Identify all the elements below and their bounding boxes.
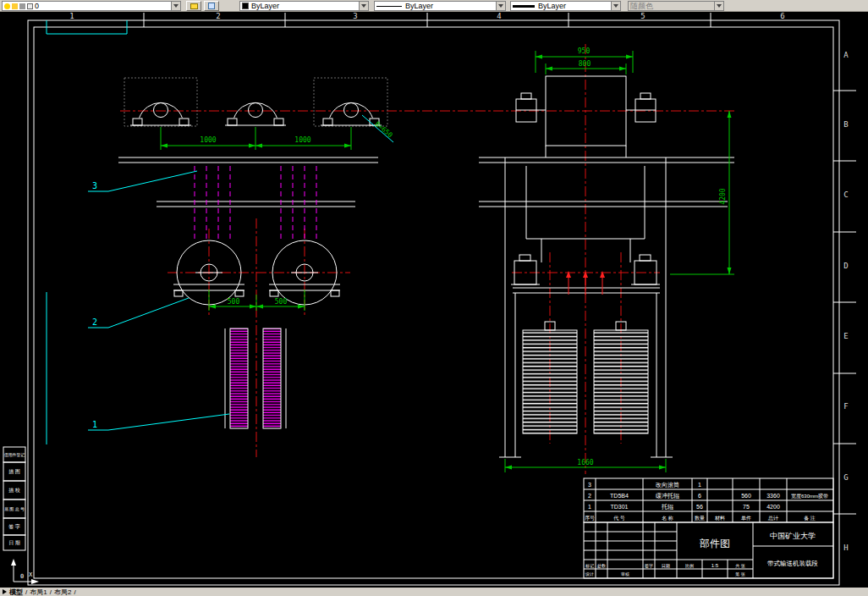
layer-thaw-icon [12, 3, 18, 9]
leader-label: 1 [92, 420, 97, 429]
strip-cell: 描 校 [8, 488, 20, 494]
linetype-preview-icon [376, 6, 402, 7]
drawing-canvas[interactable]: 1 2 3 4 5 6 A B C D E F G H 借用件登记 描 图 描 … [0, 0, 868, 596]
grid-row-label: B [843, 120, 848, 129]
grid-row-label: F [843, 402, 848, 411]
tab-separator: / [50, 588, 52, 596]
field-label: 设计 [585, 571, 594, 577]
drawing-type: 部件图 [699, 538, 730, 549]
tab-model[interactable]: 模型 [9, 588, 23, 596]
layer-color-swatch [27, 3, 33, 9]
plotstyle-dropdown: 随颜色 [628, 1, 724, 11]
strip-cell: 签 字 [8, 523, 20, 529]
tab-layout1[interactable]: 布局1 [30, 588, 47, 596]
layer-dropdown-arrow[interactable] [171, 2, 180, 10]
strip-cell: 描 图 [8, 469, 20, 475]
leader-label: 3 [92, 181, 97, 190]
grid-row-label: C [843, 190, 848, 199]
bom-header: 备 注 [804, 515, 816, 522]
dim-text: 4200 [719, 188, 727, 204]
bom-cell: 56 [696, 504, 703, 510]
plotstyle-dropdown-arrow [714, 2, 723, 10]
plotstyle-value: 随颜色 [630, 1, 653, 11]
chevron-down-icon [498, 4, 503, 8]
lineweight-preview-icon [513, 5, 535, 8]
linetype-dropdown-arrow[interactable] [496, 2, 505, 10]
bom-header: 材料 [714, 516, 725, 522]
grid-col-label: 4 [497, 12, 501, 20]
field-label: 日期 [662, 563, 670, 569]
grid-col-label: 6 [780, 12, 784, 20]
bom-header: 单件 [741, 516, 751, 521]
bom-cell: 560 [741, 493, 751, 499]
layout-tabs-bar: 模型 / 布局1 / 布局2 / [0, 588, 868, 596]
tab-scroll-icon[interactable] [3, 589, 7, 594]
layer-on-icon [4, 3, 10, 9]
bom-header: 序号 [585, 515, 595, 521]
layer-properties-button[interactable] [186, 1, 201, 11]
dim-text: 1000 [294, 136, 310, 144]
layer-value: 0 [35, 2, 39, 10]
chevron-down-icon [717, 4, 722, 8]
grid-col-label: 5 [640, 12, 645, 20]
scale-label: 比例 [685, 563, 694, 569]
layer-lock-icon [19, 3, 25, 9]
bom-cell: 2 [588, 493, 591, 499]
tab-layout2[interactable]: 布局2 [54, 588, 71, 596]
tab-separator: / [25, 588, 27, 596]
grid-col-label: 3 [353, 12, 357, 20]
canvas-background [0, 12, 868, 588]
bom-cell: 宽度630mm胶带 [791, 493, 828, 499]
lineweight-dropdown[interactable]: ByLayer [510, 1, 621, 11]
tab-separator: / [74, 588, 75, 596]
bom-cell: 6 [698, 493, 701, 499]
strip-cell: 日 期 [8, 540, 20, 546]
linetype-value: ByLayer [405, 2, 433, 10]
bom-cell: 缓冲托辊 [656, 493, 679, 499]
color-swatch-icon [242, 3, 249, 9]
grid-col-label: 1 [69, 12, 74, 20]
field-label: 处数 [597, 563, 606, 569]
dim-text: 1000 [200, 136, 216, 144]
grid-col-label: 2 [216, 12, 220, 20]
bom-cell: 3 [588, 482, 591, 488]
color-value: ByLayer [251, 2, 279, 10]
field-label: 签字 [645, 563, 653, 569]
project-name: 带式输送机装载段 [767, 560, 818, 567]
layer-dropdown[interactable]: 0 [2, 1, 181, 11]
grid-row-label: D [843, 262, 848, 270]
chevron-down-icon [361, 4, 366, 8]
lineweight-value: ByLayer [538, 2, 566, 10]
bom-cell: TD301 [610, 504, 628, 510]
color-dropdown-arrow[interactable] [359, 2, 368, 10]
bom-cell: 托辊 [661, 504, 673, 510]
grid-row-label: G [843, 473, 848, 482]
dim-text: 500 [275, 298, 288, 306]
sheet-count: 共 张 [735, 563, 744, 569]
make-layer-current-button[interactable] [204, 1, 219, 11]
bom-header: 数量 [695, 516, 705, 521]
bom-cell: 1 [588, 504, 591, 510]
field-label: 标记 [585, 563, 594, 569]
layer-current-icon [208, 3, 215, 9]
ucs-origin-label: 0 [20, 573, 24, 580]
bom-cell: 3360 [766, 493, 780, 499]
strip-cell: 借用件登记 [3, 452, 25, 458]
color-dropdown[interactable]: ByLayer [239, 1, 369, 11]
bom-cell: 改向滚筒 [656, 482, 679, 488]
lineweight-dropdown-arrow[interactable] [611, 2, 620, 10]
linetype-dropdown[interactable]: ByLayer [374, 1, 506, 11]
properties-toolbar: 0 ByLayer ByLayer ByLayer 随颜色 [0, 0, 868, 12]
grid-row-label: A [843, 51, 849, 59]
bom-header: 代 号 [613, 516, 625, 521]
dim-text: 950 [578, 47, 591, 55]
scale-value: 1:5 [711, 563, 719, 568]
sheet-number: 第 张 [735, 571, 744, 577]
bom-header: 名 称 [662, 516, 673, 522]
bom-cell: TD5B4 [610, 493, 629, 499]
grid-row-label: H [843, 544, 848, 552]
bom-cell: 1 [698, 482, 701, 488]
dim-text: 1660 [577, 459, 593, 466]
bom-cell: 4200 [766, 504, 780, 510]
strip-cell: 底图总号 [4, 506, 25, 512]
